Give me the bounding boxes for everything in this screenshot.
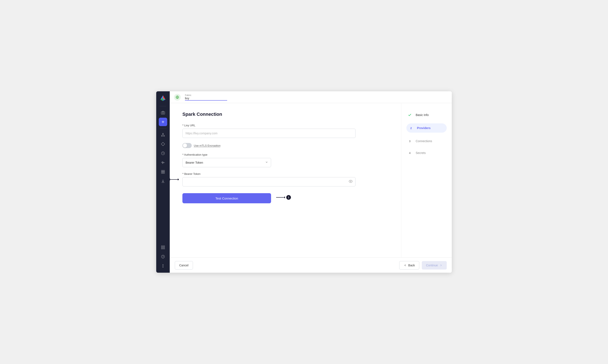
annotation-arrowhead-1 [284, 196, 285, 198]
step-label-connections: Connections [416, 139, 432, 143]
step-label-providers: Providers [417, 126, 431, 130]
svg-rect-2 [161, 112, 165, 114]
svg-rect-17 [163, 172, 165, 174]
breadcrumb: Fabric livy [185, 94, 191, 101]
sidebar-bottom [159, 243, 167, 270]
svg-point-24 [163, 264, 163, 265]
form-title: Spark Connection [182, 112, 389, 117]
annotation-arrowhead-2 [178, 178, 179, 181]
step-item-basic-info: Basic Info [406, 112, 447, 118]
cancel-button[interactable]: Cancel [175, 261, 193, 270]
tab-underline [185, 100, 227, 101]
livy-url-group: * Livy URL [182, 124, 389, 138]
auth-type-group: * Authentication type Bearer Token Basic… [182, 153, 389, 167]
auth-type-select[interactable]: Bearer Token Basic Auth No Auth [182, 158, 271, 167]
sidebar-icon-clock[interactable] [159, 149, 167, 157]
sidebar-icon-more[interactable] [159, 262, 167, 270]
step-label-basic-info: Basic Info [416, 113, 429, 117]
mtls-toggle[interactable] [182, 143, 192, 148]
bearer-token-group: * Bearer Token 2 [182, 172, 389, 186]
svg-point-26 [163, 267, 163, 267]
svg-rect-14 [162, 170, 163, 172]
svg-line-9 [162, 134, 163, 136]
sidebar-divider-1 [160, 106, 166, 106]
svg-point-28 [350, 181, 351, 182]
continue-button-label: Continue [426, 264, 438, 267]
step-number-3: 3 [406, 138, 413, 144]
test-btn-row: Test Connection 1 [182, 192, 389, 203]
sidebar-icon-help[interactable] [159, 252, 167, 261]
globe-icon [174, 94, 181, 101]
breadcrumb-title-wrapper: livy [185, 96, 191, 101]
bearer-token-input[interactable] [182, 177, 355, 186]
continue-button[interactable]: Continue [422, 261, 447, 270]
breadcrumb-current: livy [185, 97, 189, 100]
bearer-token-label: * Bearer Token [182, 172, 389, 175]
svg-point-3 [162, 112, 164, 114]
main-content: Fabric livy Spark Connection * Livy URL [170, 91, 452, 273]
step-number-2: 2 [408, 125, 414, 131]
svg-marker-12 [161, 142, 165, 146]
sidebar-icon-add[interactable] [159, 118, 167, 126]
svg-point-7 [162, 136, 162, 136]
mtls-toggle-row: Use mTLS Encryption [182, 143, 389, 148]
test-connection-button[interactable]: Test Connection [182, 193, 271, 203]
content-area: Spark Connection * Livy URL Use mTLS Enc… [170, 103, 452, 258]
bottom-bar: Cancel Back Continue [170, 258, 452, 273]
annotation-arrow-line-1 [276, 197, 284, 198]
svg-rect-15 [163, 170, 165, 172]
sidebar-divider-2 [160, 128, 166, 129]
back-button-label: Back [408, 264, 415, 267]
svg-point-25 [163, 266, 163, 266]
svg-rect-16 [162, 172, 163, 174]
svg-rect-19 [163, 246, 165, 247]
app-container: Fabric livy Spark Connection * Livy URL [156, 91, 452, 273]
toggle-knob [183, 143, 187, 148]
eye-icon[interactable] [349, 180, 352, 184]
annotation-2-left: 2 [170, 177, 179, 182]
svg-line-10 [163, 134, 164, 136]
bottom-right-buttons: Back Continue [399, 261, 447, 270]
top-bar: Fabric livy [170, 91, 452, 103]
svg-rect-21 [163, 248, 165, 249]
annotation-badge-1: 1 [286, 195, 291, 200]
sidebar-icon-components[interactable] [159, 168, 167, 176]
svg-rect-18 [162, 246, 163, 247]
svg-rect-20 [162, 248, 163, 249]
sidebar [156, 91, 170, 273]
livy-url-label: * Livy URL [182, 124, 389, 127]
step-number-4: 4 [406, 150, 413, 156]
svg-point-6 [162, 133, 163, 134]
back-button[interactable]: Back [399, 261, 419, 270]
step-item-secrets: 4 Secrets [406, 150, 447, 156]
sidebar-icon-diamond[interactable] [159, 140, 167, 148]
stepper-sidebar: Basic Info 2 Providers 3 Connections [401, 103, 452, 258]
svg-point-23 [163, 258, 163, 258]
livy-url-input[interactable] [182, 129, 355, 138]
app-logo[interactable] [159, 94, 167, 102]
step-number-1 [406, 112, 413, 118]
annotation-arrow-line-2 [170, 179, 178, 180]
auth-type-select-wrapper: Bearer Token Basic Auth No Auth [182, 158, 271, 167]
sidebar-icon-pulse[interactable] [159, 158, 167, 167]
auth-type-label: * Authentication type [182, 153, 389, 156]
breadcrumb-parent: Fabric [185, 94, 191, 96]
svg-point-8 [164, 136, 164, 136]
form-area: Spark Connection * Livy URL Use mTLS Enc… [170, 103, 401, 258]
sidebar-icon-camera[interactable] [159, 108, 167, 117]
sidebar-icon-network[interactable] [159, 130, 167, 139]
mtls-label: Use mTLS Encryption [194, 144, 220, 147]
sidebar-icon-download[interactable] [159, 177, 167, 185]
sidebar-icon-grid[interactable] [159, 243, 167, 252]
step-label-secrets: Secrets [416, 151, 426, 155]
bearer-token-wrapper [182, 177, 355, 186]
step-item-connections: 3 Connections [406, 138, 447, 144]
annotation-1-right: 1 [276, 195, 291, 200]
step-item-providers: 2 Providers [406, 123, 447, 133]
